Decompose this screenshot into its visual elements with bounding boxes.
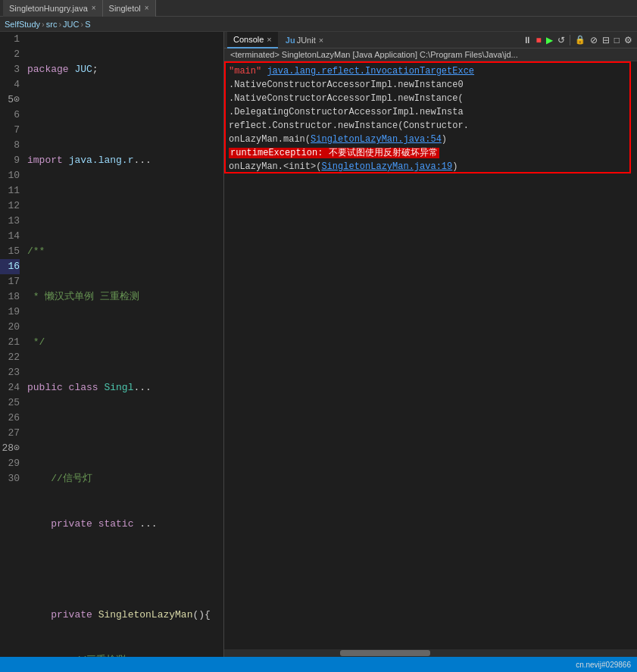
code-line-4	[27, 198, 223, 214]
code-line-11: private static ...	[27, 517, 223, 532]
breadcrumb-sep-2: ›	[58, 20, 61, 29]
tab-console[interactable]: Console ×	[227, 32, 278, 48]
tab-singleton[interactable]: Singletol ×	[103, 0, 156, 17]
console-status-bar: <terminated> SingletonLazyMan [Java Appl…	[224, 48, 637, 61]
code-line-7: */	[27, 335, 223, 350]
breadcrumb-item-juc[interactable]: JUC	[63, 20, 79, 29]
scroll-lock-btn[interactable]: 🔒	[573, 35, 587, 45]
h-scrollbar-thumb[interactable]	[340, 650, 431, 656]
code-content: package JUC; import java.lang.r... /** *…	[24, 32, 223, 657]
pause-btn[interactable]: ⏸	[521, 35, 533, 45]
rerun-btn[interactable]: ↺	[556, 35, 567, 45]
stop-btn[interactable]: ■	[535, 35, 543, 45]
console-output[interactable]: "main" java.lang.reflect.InvocationTarge…	[224, 61, 637, 657]
runtime-exception-text: runtimeException: 不要试图使用反射破坏异常	[229, 148, 439, 158]
editor-panel: 1 2 3 4 5⊙ 6 7 8 9 10 11 12 13 14 15 16	[0, 32, 223, 657]
close-icon-2[interactable]: ×	[145, 4, 149, 12]
console-panel: Console × Ju JUnit × ⏸ ■ ▶ ↺ 🔒 ⊘ ⊟ □	[223, 32, 637, 657]
code-line-10: //信号灯	[27, 471, 223, 486]
breadcrumb-bar: SelfStudy › src › JUC › S	[0, 17, 637, 32]
settings-btn[interactable]: ⚙	[623, 35, 634, 45]
run-btn[interactable]: ▶	[545, 35, 554, 45]
code-line-8: public class Singl...	[27, 380, 223, 395]
breadcrumb-item-self-study[interactable]: SelfStudy	[5, 20, 40, 29]
close-console-icon[interactable]: ×	[267, 35, 271, 44]
editor-tab-bar: SingletonHungry.java × Singletol ×	[0, 0, 637, 17]
console-line-2: .NativeConstructorAccessorImpl.newInstan…	[229, 78, 632, 92]
maximize-btn[interactable]: □	[613, 35, 621, 45]
console-tab-bar: Console × Ju JUnit × ⏸ ■ ▶ ↺ 🔒 ⊘ ⊟ □	[224, 32, 637, 48]
code-line-12	[27, 562, 223, 577]
close-icon[interactable]: ×	[92, 4, 96, 12]
console-line-1: "main" java.lang.reflect.InvocationTarge…	[229, 64, 632, 78]
console-status-text: <terminated> SingletonLazyMan [Java Appl…	[230, 50, 518, 59]
code-area: 1 2 3 4 5⊙ 6 7 8 9 10 11 12 13 14 15 16	[0, 32, 223, 657]
link-java-54[interactable]: SingletonLazyMan.java:54	[311, 134, 442, 145]
main-area: 1 2 3 4 5⊙ 6 7 8 9 10 11 12 13 14 15 16	[0, 32, 637, 657]
code-line-3: import java.lang.r...	[27, 153, 223, 168]
console-line-3: .NativeConstructorAccessorImpl.newInstan…	[229, 92, 632, 105]
code-line-2	[27, 108, 223, 123]
tab-singleton-hungry[interactable]: SingletonHungry.java ×	[3, 0, 103, 17]
console-line-4: .DelegatingConstructorAccessorImpl.newIn…	[229, 105, 632, 119]
breadcrumb-item-src[interactable]: src	[46, 20, 58, 29]
code-line-13: private SingletonLazyMan(){	[27, 608, 223, 623]
breadcrumb-sep-3: ›	[81, 20, 84, 29]
h-scrollbar[interactable]	[224, 649, 637, 657]
collapse-btn[interactable]: ⊟	[601, 35, 611, 45]
console-line-8: onLazyMan.<init>(SingletonLazyMan.java:1…	[229, 160, 632, 173]
code-line-9	[27, 426, 223, 441]
link-java-19[interactable]: SingletonLazyMan.java:19	[321, 161, 452, 172]
code-line-1: package JUC;	[27, 62, 223, 77]
close-junit-icon[interactable]: ×	[319, 36, 323, 45]
breadcrumb-sep-1: ›	[42, 20, 45, 29]
code-line-5: /**	[27, 244, 223, 259]
status-bar: cn.nevij#029866	[0, 657, 637, 672]
code-line-6: * 懒汉式单例 三重检测	[27, 289, 223, 305]
line-numbers: 1 2 3 4 5⊙ 6 7 8 9 10 11 12 13 14 15 16	[0, 32, 24, 657]
status-text: cn.nevij#029866	[576, 661, 631, 669]
clear-btn[interactable]: ⊘	[589, 35, 599, 45]
breadcrumb-item-s[interactable]: S	[85, 20, 90, 29]
console-line-6: onLazyMan.main(SingletonLazyMan.java:54)	[229, 133, 632, 146]
ide-window: SingletonHungry.java × Singletol × SelfS…	[0, 0, 637, 672]
tab-junit[interactable]: Ju JUnit ×	[279, 32, 329, 48]
console-line-7: runtimeException: 不要试图使用反射破坏异常	[229, 146, 632, 160]
console-line-5: reflect.Constructor.newInstance(Construc…	[229, 119, 632, 133]
